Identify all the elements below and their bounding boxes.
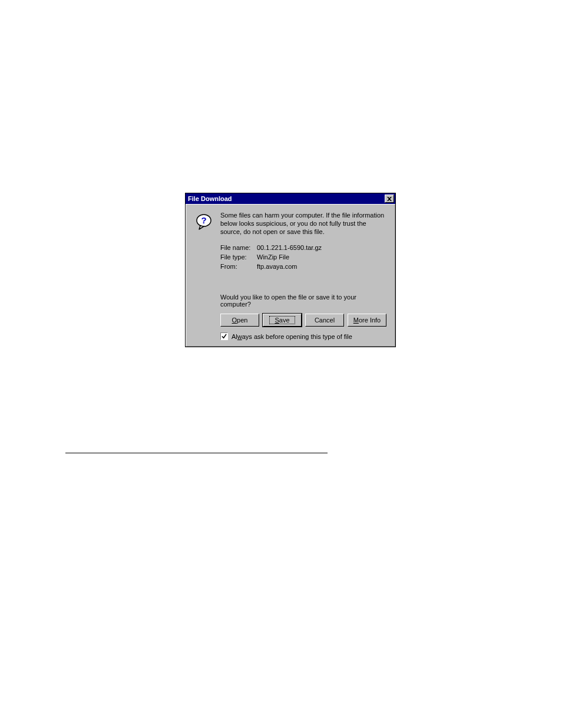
dialog-body: ? Some files can harm your computer. If … (186, 204, 395, 347)
close-icon[interactable] (385, 195, 394, 203)
button-row: Open Save Cancel More Info (220, 314, 386, 327)
more-info-button[interactable]: More Info (348, 314, 386, 327)
from-label: From: (220, 263, 257, 270)
file-name-label: File name: (220, 244, 257, 251)
always-ask-checkbox[interactable] (220, 332, 228, 340)
warning-message: Some files can harm your computer. If th… (220, 212, 386, 236)
from-value: ftp.avaya.com (257, 263, 297, 270)
dialog-title: File Download (188, 195, 232, 202)
action-prompt: Would you like to open the file or save … (220, 294, 386, 308)
save-button[interactable]: Save (263, 314, 302, 327)
file-type-value: WinZip File (257, 253, 289, 261)
file-download-dialog: File Download ? Some files can harm your… (185, 193, 396, 347)
always-ask-row: Always ask before opening this type of f… (220, 332, 386, 340)
svg-text:?: ? (201, 215, 206, 225)
file-info: File name: 00.1.221.1-6590.tar.gz File t… (220, 244, 386, 270)
always-ask-label: Always ask before opening this type of f… (232, 333, 352, 340)
open-button[interactable]: Open (220, 314, 259, 327)
question-icon: ? (194, 213, 213, 232)
titlebar[interactable]: File Download (186, 193, 395, 204)
file-name-value: 00.1.221.1-6590.tar.gz (257, 244, 322, 251)
file-type-label: File type: (220, 253, 257, 261)
cancel-button[interactable]: Cancel (305, 314, 344, 327)
footnote-divider (65, 453, 328, 453)
